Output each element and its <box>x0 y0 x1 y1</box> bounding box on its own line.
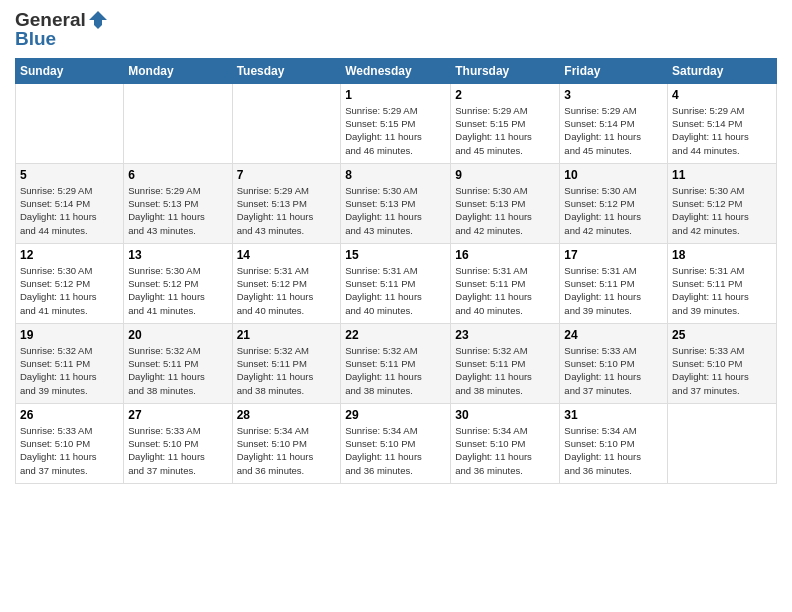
calendar-cell: 19Sunrise: 5:32 AM Sunset: 5:11 PM Dayli… <box>16 323 124 403</box>
header-cell-thursday: Thursday <box>451 58 560 83</box>
day-number: 1 <box>345 88 446 102</box>
day-info: Sunrise: 5:34 AM Sunset: 5:10 PM Dayligh… <box>455 424 555 477</box>
day-number: 29 <box>345 408 446 422</box>
header-row: SundayMondayTuesdayWednesdayThursdayFrid… <box>16 58 777 83</box>
calendar-cell: 13Sunrise: 5:30 AM Sunset: 5:12 PM Dayli… <box>124 243 232 323</box>
calendar-cell: 30Sunrise: 5:34 AM Sunset: 5:10 PM Dayli… <box>451 403 560 483</box>
day-info: Sunrise: 5:30 AM Sunset: 5:13 PM Dayligh… <box>345 184 446 237</box>
day-info: Sunrise: 5:33 AM Sunset: 5:10 PM Dayligh… <box>672 344 772 397</box>
day-number: 24 <box>564 328 663 342</box>
day-info: Sunrise: 5:34 AM Sunset: 5:10 PM Dayligh… <box>564 424 663 477</box>
day-info: Sunrise: 5:31 AM Sunset: 5:11 PM Dayligh… <box>455 264 555 317</box>
calendar-cell: 8Sunrise: 5:30 AM Sunset: 5:13 PM Daylig… <box>341 163 451 243</box>
day-number: 25 <box>672 328 772 342</box>
calendar-cell: 20Sunrise: 5:32 AM Sunset: 5:11 PM Dayli… <box>124 323 232 403</box>
day-number: 31 <box>564 408 663 422</box>
calendar-cell: 3Sunrise: 5:29 AM Sunset: 5:14 PM Daylig… <box>560 83 668 163</box>
calendar-cell: 5Sunrise: 5:29 AM Sunset: 5:14 PM Daylig… <box>16 163 124 243</box>
day-info: Sunrise: 5:30 AM Sunset: 5:12 PM Dayligh… <box>128 264 227 317</box>
calendar-cell: 4Sunrise: 5:29 AM Sunset: 5:14 PM Daylig… <box>668 83 777 163</box>
day-info: Sunrise: 5:33 AM Sunset: 5:10 PM Dayligh… <box>20 424 119 477</box>
calendar-cell: 14Sunrise: 5:31 AM Sunset: 5:12 PM Dayli… <box>232 243 341 323</box>
day-info: Sunrise: 5:32 AM Sunset: 5:11 PM Dayligh… <box>455 344 555 397</box>
calendar-cell <box>232 83 341 163</box>
calendar-cell: 1Sunrise: 5:29 AM Sunset: 5:15 PM Daylig… <box>341 83 451 163</box>
week-row-3: 12Sunrise: 5:30 AM Sunset: 5:12 PM Dayli… <box>16 243 777 323</box>
calendar-cell: 10Sunrise: 5:30 AM Sunset: 5:12 PM Dayli… <box>560 163 668 243</box>
logo: General Blue <box>15 10 108 50</box>
day-info: Sunrise: 5:34 AM Sunset: 5:10 PM Dayligh… <box>345 424 446 477</box>
day-info: Sunrise: 5:33 AM Sunset: 5:10 PM Dayligh… <box>564 344 663 397</box>
header-cell-tuesday: Tuesday <box>232 58 341 83</box>
calendar-cell: 27Sunrise: 5:33 AM Sunset: 5:10 PM Dayli… <box>124 403 232 483</box>
day-info: Sunrise: 5:30 AM Sunset: 5:12 PM Dayligh… <box>20 264 119 317</box>
day-number: 19 <box>20 328 119 342</box>
day-info: Sunrise: 5:33 AM Sunset: 5:10 PM Dayligh… <box>128 424 227 477</box>
day-number: 8 <box>345 168 446 182</box>
day-number: 22 <box>345 328 446 342</box>
week-row-1: 1Sunrise: 5:29 AM Sunset: 5:15 PM Daylig… <box>16 83 777 163</box>
header-cell-wednesday: Wednesday <box>341 58 451 83</box>
day-number: 17 <box>564 248 663 262</box>
calendar-cell <box>668 403 777 483</box>
week-row-2: 5Sunrise: 5:29 AM Sunset: 5:14 PM Daylig… <box>16 163 777 243</box>
header-cell-monday: Monday <box>124 58 232 83</box>
header: General Blue <box>15 10 777 50</box>
day-info: Sunrise: 5:32 AM Sunset: 5:11 PM Dayligh… <box>237 344 337 397</box>
calendar-cell: 9Sunrise: 5:30 AM Sunset: 5:13 PM Daylig… <box>451 163 560 243</box>
day-info: Sunrise: 5:30 AM Sunset: 5:12 PM Dayligh… <box>564 184 663 237</box>
day-info: Sunrise: 5:30 AM Sunset: 5:12 PM Dayligh… <box>672 184 772 237</box>
day-number: 7 <box>237 168 337 182</box>
day-info: Sunrise: 5:29 AM Sunset: 5:15 PM Dayligh… <box>345 104 446 157</box>
day-number: 27 <box>128 408 227 422</box>
day-info: Sunrise: 5:32 AM Sunset: 5:11 PM Dayligh… <box>128 344 227 397</box>
day-number: 30 <box>455 408 555 422</box>
day-number: 13 <box>128 248 227 262</box>
day-number: 15 <box>345 248 446 262</box>
day-number: 10 <box>564 168 663 182</box>
week-row-5: 26Sunrise: 5:33 AM Sunset: 5:10 PM Dayli… <box>16 403 777 483</box>
header-cell-sunday: Sunday <box>16 58 124 83</box>
calendar-cell: 22Sunrise: 5:32 AM Sunset: 5:11 PM Dayli… <box>341 323 451 403</box>
calendar-cell: 18Sunrise: 5:31 AM Sunset: 5:11 PM Dayli… <box>668 243 777 323</box>
calendar-cell: 21Sunrise: 5:32 AM Sunset: 5:11 PM Dayli… <box>232 323 341 403</box>
day-number: 9 <box>455 168 555 182</box>
calendar-cell: 6Sunrise: 5:29 AM Sunset: 5:13 PM Daylig… <box>124 163 232 243</box>
day-number: 20 <box>128 328 227 342</box>
day-info: Sunrise: 5:29 AM Sunset: 5:14 PM Dayligh… <box>672 104 772 157</box>
day-info: Sunrise: 5:31 AM Sunset: 5:11 PM Dayligh… <box>672 264 772 317</box>
day-info: Sunrise: 5:31 AM Sunset: 5:12 PM Dayligh… <box>237 264 337 317</box>
day-info: Sunrise: 5:34 AM Sunset: 5:10 PM Dayligh… <box>237 424 337 477</box>
header-cell-friday: Friday <box>560 58 668 83</box>
day-number: 16 <box>455 248 555 262</box>
calendar-cell: 28Sunrise: 5:34 AM Sunset: 5:10 PM Dayli… <box>232 403 341 483</box>
calendar-cell: 11Sunrise: 5:30 AM Sunset: 5:12 PM Dayli… <box>668 163 777 243</box>
calendar-cell: 25Sunrise: 5:33 AM Sunset: 5:10 PM Dayli… <box>668 323 777 403</box>
calendar-cell: 24Sunrise: 5:33 AM Sunset: 5:10 PM Dayli… <box>560 323 668 403</box>
calendar-cell <box>16 83 124 163</box>
day-number: 21 <box>237 328 337 342</box>
day-info: Sunrise: 5:32 AM Sunset: 5:11 PM Dayligh… <box>345 344 446 397</box>
day-number: 11 <box>672 168 772 182</box>
calendar-cell: 31Sunrise: 5:34 AM Sunset: 5:10 PM Dayli… <box>560 403 668 483</box>
page: General Blue SundayMondayTuesdayWednesda… <box>0 0 792 612</box>
day-info: Sunrise: 5:29 AM Sunset: 5:14 PM Dayligh… <box>564 104 663 157</box>
calendar-cell: 26Sunrise: 5:33 AM Sunset: 5:10 PM Dayli… <box>16 403 124 483</box>
day-number: 18 <box>672 248 772 262</box>
day-info: Sunrise: 5:29 AM Sunset: 5:14 PM Dayligh… <box>20 184 119 237</box>
day-info: Sunrise: 5:32 AM Sunset: 5:11 PM Dayligh… <box>20 344 119 397</box>
calendar-cell: 29Sunrise: 5:34 AM Sunset: 5:10 PM Dayli… <box>341 403 451 483</box>
calendar-cell: 16Sunrise: 5:31 AM Sunset: 5:11 PM Dayli… <box>451 243 560 323</box>
calendar-cell <box>124 83 232 163</box>
calendar-cell: 17Sunrise: 5:31 AM Sunset: 5:11 PM Dayli… <box>560 243 668 323</box>
day-number: 12 <box>20 248 119 262</box>
day-number: 5 <box>20 168 119 182</box>
day-info: Sunrise: 5:31 AM Sunset: 5:11 PM Dayligh… <box>345 264 446 317</box>
day-number: 4 <box>672 88 772 102</box>
calendar-cell: 7Sunrise: 5:29 AM Sunset: 5:13 PM Daylig… <box>232 163 341 243</box>
day-info: Sunrise: 5:30 AM Sunset: 5:13 PM Dayligh… <box>455 184 555 237</box>
header-cell-saturday: Saturday <box>668 58 777 83</box>
day-info: Sunrise: 5:29 AM Sunset: 5:13 PM Dayligh… <box>237 184 337 237</box>
day-number: 6 <box>128 168 227 182</box>
week-row-4: 19Sunrise: 5:32 AM Sunset: 5:11 PM Dayli… <box>16 323 777 403</box>
